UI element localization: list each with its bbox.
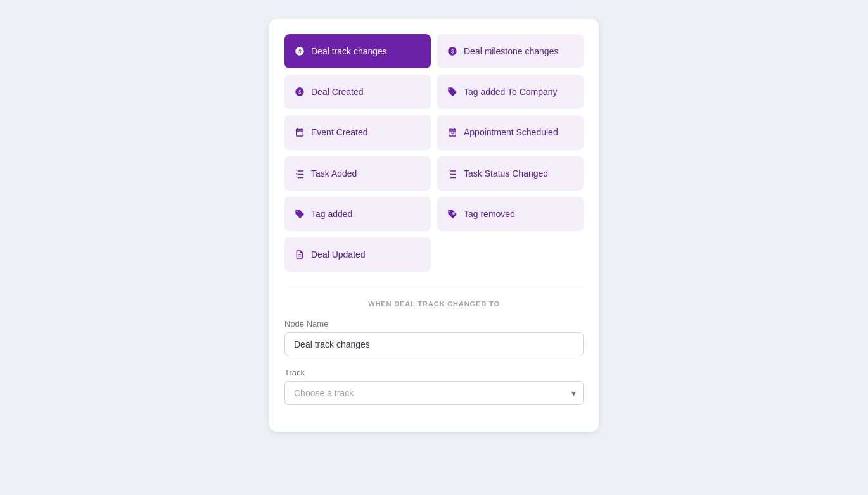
trigger-item-tag-added-to-company[interactable]: Tag added To Company [437,75,584,109]
track-select[interactable]: Choose a trackTrack 1Track 2 [284,381,584,405]
trigger-label-task-status-changed: Task Status Changed [464,168,548,179]
calendar-check-icon [447,127,457,137]
track-select-wrapper: Choose a trackTrack 1Track 2 ▾ [284,381,584,405]
trigger-item-appointment-scheduled[interactable]: Appointment Scheduled [437,115,584,149]
section-header: WHEN DEAL TRACK CHANGED TO [284,300,584,308]
trigger-item-event-created[interactable]: Event Created [284,115,431,149]
document-icon [295,249,305,260]
task-list-icon [447,168,457,179]
task-list-icon [295,168,305,179]
dollar-icon [447,46,457,56]
node-name-input[interactable] [284,332,584,356]
trigger-item-deal-milestone-changes[interactable]: Deal milestone changes [437,34,584,68]
trigger-label-task-added: Task Added [311,168,357,179]
trigger-label-deal-track-changes: Deal track changes [311,46,387,57]
calendar-icon [295,127,305,137]
dollar-icon [295,46,305,56]
trigger-item-task-status-changed[interactable]: Task Status Changed [437,156,584,191]
track-group: Track Choose a trackTrack 1Track 2 ▾ [284,368,584,405]
tag-icon [447,87,457,97]
node-name-group: Node Name [284,319,584,356]
trigger-label-appointment-scheduled: Appointment Scheduled [464,127,558,138]
trigger-item-deal-track-changes[interactable]: Deal track changes [284,34,431,68]
trigger-label-deal-updated: Deal Updated [311,249,366,260]
trigger-label-tag-added: Tag added [311,208,352,220]
trigger-label-tag-removed: Tag removed [464,208,515,220]
main-card: Deal track changesDeal milestone changes… [269,19,599,432]
tag-icon [295,209,305,219]
node-name-label: Node Name [284,319,584,329]
trigger-label-deal-milestone-changes: Deal milestone changes [464,46,558,57]
trigger-item-deal-created[interactable]: Deal Created [284,75,431,109]
trigger-grid: Deal track changesDeal milestone changes… [284,34,584,272]
trigger-label-tag-added-to-company: Tag added To Company [464,86,558,97]
trigger-label-event-created: Event Created [311,127,368,138]
trigger-item-task-added[interactable]: Task Added [284,156,431,191]
dollar-icon [295,87,305,97]
tag-remove-icon [447,209,457,219]
trigger-label-deal-created: Deal Created [311,86,364,97]
trigger-item-deal-updated[interactable]: Deal Updated [284,237,431,272]
track-label: Track [284,368,584,377]
trigger-item-tag-removed[interactable]: Tag removed [437,197,584,231]
trigger-item-tag-added[interactable]: Tag added [284,197,431,231]
section-divider [284,287,584,287]
